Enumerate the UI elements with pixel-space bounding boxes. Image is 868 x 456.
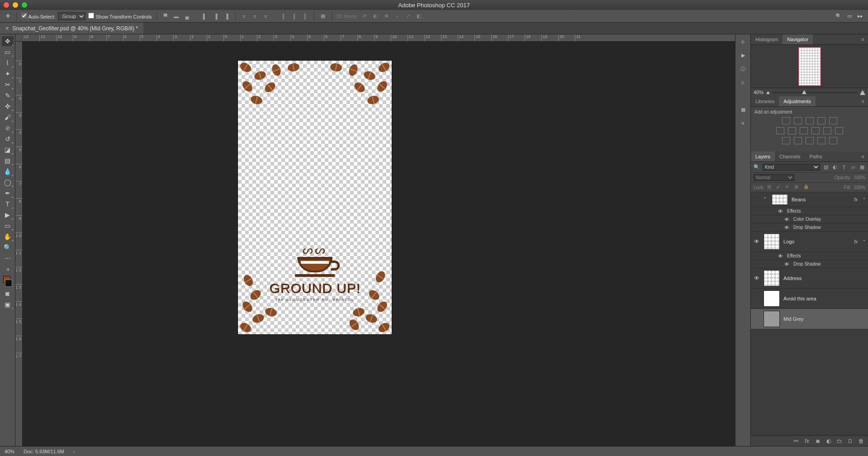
fx-visibility-toggle[interactable]: 👁 [784, 261, 790, 267]
adj-lookup-icon[interactable] [835, 127, 843, 134]
status-chevron-icon[interactable]: › [73, 449, 75, 454]
dock-icon-6[interactable]: ≡ [739, 119, 748, 128]
eyedropper-tool[interactable]: ✎ [2, 90, 14, 100]
hand-tool[interactable]: ✋ [2, 232, 14, 242]
dock-icon-2[interactable]: ▶ [739, 51, 748, 60]
layer-name[interactable]: Avoid this area [783, 296, 865, 301]
filter-pixel-icon[interactable]: ▧ [823, 164, 829, 171]
tab-adjustments[interactable]: Adjustments [779, 96, 816, 106]
link-layers-icon[interactable]: ⚯ [793, 438, 799, 444]
distribute-top-icon[interactable]: ≡ [240, 13, 248, 20]
fill-value[interactable]: 100% [854, 185, 865, 190]
shape-tool[interactable]: ▭ [2, 221, 14, 231]
layer-row[interactable]: 👁Logofx˄ [751, 232, 868, 252]
magic-wand-tool[interactable]: ✦ [2, 69, 14, 79]
adj-balance-icon[interactable] [788, 127, 796, 134]
tab-layers[interactable]: Layers [751, 152, 775, 162]
workspace-icon[interactable]: ▭ [845, 12, 854, 20]
distribute-bottom-icon[interactable]: ≡ [262, 13, 270, 20]
adj-exposure-icon[interactable] [817, 117, 825, 124]
adj-gradient-map-icon[interactable] [817, 137, 825, 144]
tool-menu-icon[interactable]: ⋯ [2, 253, 14, 263]
pen-tool[interactable]: ✒ [2, 188, 14, 198]
zoom-slider[interactable] [773, 92, 857, 93]
zoom-out-icon[interactable] [766, 91, 770, 94]
tab-libraries[interactable]: Libraries [751, 96, 779, 106]
gradient-tool[interactable]: ▤ [2, 156, 14, 166]
fx-visibility-toggle[interactable]: 👁 [778, 253, 783, 259]
distribute-right-icon[interactable]: ║ [301, 13, 309, 20]
lock-all-icon[interactable]: 🔒 [803, 184, 810, 190]
layer-row[interactable]: ˅Beansfx˄ [751, 192, 868, 207]
opacity-value[interactable]: 100% [854, 175, 865, 180]
document-tab[interactable]: × Snapchat_Geofilter.psd @ 40% (Mid Grey… [0, 23, 143, 34]
filter-smart-icon[interactable]: ▦ [859, 164, 865, 171]
new-layer-icon[interactable]: 🗋 [847, 438, 854, 444]
effect-item[interactable]: 👁Drop Shadow [751, 223, 868, 232]
layer-visibility-toggle[interactable]: 👁 [754, 238, 760, 245]
quick-mask-icon[interactable]: ◙ [2, 289, 14, 299]
adj-vibrance-icon[interactable] [829, 117, 837, 124]
stamp-tool[interactable]: ⎚ [2, 123, 14, 133]
lock-artboard-icon[interactable]: ▣ [794, 184, 801, 190]
fx-visibility-toggle[interactable]: 👁 [778, 209, 783, 214]
type-tool[interactable]: T [2, 199, 14, 209]
show-transform-checkbox[interactable]: Show Transform Controls [88, 13, 152, 19]
eraser-tool[interactable]: ◪ [2, 145, 14, 155]
fx-visibility-toggle[interactable]: 👁 [784, 225, 790, 230]
distribute-left-icon[interactable]: ║ [280, 13, 288, 20]
history-brush-tool[interactable]: ↺ [2, 134, 14, 144]
add-mask-icon[interactable]: ◙ [815, 438, 821, 444]
align-hcenter-icon[interactable]: ▐ [212, 13, 220, 20]
layer-row[interactable]: Avoid this area [751, 289, 868, 309]
tab-paths[interactable]: Paths [805, 152, 827, 162]
minimize-window-button[interactable] [13, 2, 18, 8]
brush-tool[interactable]: 🖌 [2, 112, 14, 122]
close-window-button[interactable] [4, 2, 9, 8]
zoom-in-icon[interactable] [860, 90, 865, 95]
canvas-viewport[interactable]: ᔕᔕ GROUND UP! 159 GLOUCESTER RD. BRISTOL [23, 42, 735, 446]
search-icon[interactable]: 🔍 [835, 12, 843, 20]
dock-icon-5[interactable]: ▦ [739, 105, 748, 114]
align-left-icon[interactable]: ▌ [201, 13, 209, 20]
effect-item[interactable]: 👁Color Overlay [751, 215, 868, 223]
layer-name[interactable]: Beans [792, 197, 850, 202]
dodge-tool[interactable]: ◯ [2, 177, 14, 187]
dock-icon-1[interactable]: ⎋ [739, 37, 748, 46]
adj-bw-icon[interactable] [800, 127, 808, 134]
status-doc[interactable]: Doc: 5.93M/11.6M [24, 449, 64, 454]
ruler-horizontal[interactable]: 1211109876543210123456789101112131415161… [23, 34, 735, 42]
filter-type-icon[interactable]: T [841, 164, 847, 171]
panel-toggle-icon[interactable]: ▸▸ [856, 12, 864, 20]
lock-position-icon[interactable]: ✥ [785, 184, 792, 190]
adj-invert-icon[interactable] [782, 137, 790, 144]
auto-align-icon[interactable]: ▦ [319, 13, 327, 20]
navigator-preview[interactable] [751, 45, 868, 88]
lasso-tool[interactable]: ⌇ [2, 58, 14, 68]
effects-row[interactable]: 👁Effects [751, 207, 868, 215]
layer-visibility-toggle[interactable]: 👁 [754, 275, 760, 281]
healing-brush-tool[interactable]: ✜ [2, 101, 14, 111]
effects-row[interactable]: 👁Effects [751, 252, 868, 260]
filter-shape-icon[interactable]: ▱ [850, 164, 856, 171]
close-tab-icon[interactable]: × [5, 25, 9, 32]
adj-selective-icon[interactable] [829, 137, 837, 144]
marquee-tool[interactable]: ▭ [2, 47, 14, 57]
adj-posterize-icon[interactable] [794, 137, 802, 144]
fx-visibility-toggle[interactable]: 👁 [784, 217, 790, 222]
effect-item[interactable]: 👁Drop Shadow [751, 260, 868, 268]
screen-mode-icon[interactable]: ▣ [2, 299, 14, 309]
layer-name[interactable]: Mid Grey [783, 316, 865, 322]
adj-channel-mixer-icon[interactable] [823, 127, 831, 134]
auto-select-mode-select[interactable]: Group [58, 12, 85, 20]
tab-channels[interactable]: Channels [775, 152, 805, 162]
add-fx-icon[interactable]: fx [804, 438, 810, 444]
new-group-icon[interactable]: 🗀 [836, 438, 843, 444]
distribute-hcenter-icon[interactable]: ║ [290, 13, 299, 20]
status-zoom[interactable]: 40% [5, 449, 14, 454]
layer-row[interactable]: 👁Address [751, 268, 868, 289]
blur-tool[interactable]: 💧 [2, 166, 14, 176]
adj-brightness-icon[interactable] [782, 117, 790, 124]
adj-photo-filter-icon[interactable] [811, 127, 820, 134]
panel-menu-icon[interactable]: ≡ [858, 152, 868, 162]
